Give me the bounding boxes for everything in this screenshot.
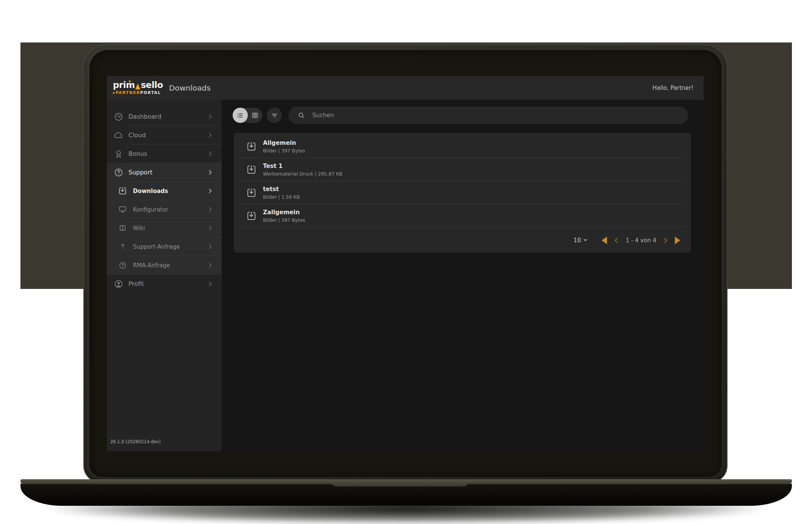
caret-down-icon <box>584 239 587 242</box>
sidebar-item-label: Support <box>128 169 152 176</box>
download-meta: Bilder | 397 Bytes <box>263 217 305 223</box>
brand-tagline: PARTNER PORTAL <box>113 91 163 95</box>
download-tray-icon <box>118 187 127 195</box>
previous-page-button[interactable] <box>615 238 620 243</box>
app-version: 26.1.0 (20260214-dev) <box>110 439 161 444</box>
download-meta: Bilder | 1.59 KB <box>263 194 300 200</box>
app-header: prim sello PARTNER PORTAL Downloads Hall… <box>107 76 704 100</box>
download-tray-icon <box>246 141 257 152</box>
next-page-button[interactable] <box>662 238 667 243</box>
filter-button[interactable] <box>267 108 282 123</box>
last-page-button[interactable] <box>675 237 680 244</box>
grid-view-button[interactable] <box>248 108 263 123</box>
rows-per-page-select[interactable]: 10 <box>574 237 588 244</box>
laptop-base-body <box>20 484 792 506</box>
download-meta: Bilder | 397 Bytes <box>263 148 305 154</box>
download-title: Test 1 <box>263 163 343 170</box>
sidebar-item-label: Bonus <box>128 150 147 157</box>
sidebar-item-label: RMA-Anfrage <box>133 262 170 269</box>
webcam-dot <box>405 57 408 60</box>
sidebar-item-label: Wiki <box>133 225 145 232</box>
sidebar-item-downloads[interactable]: Downloads <box>107 182 222 200</box>
chevron-right-icon <box>207 114 212 119</box>
award-ribbon-icon <box>114 149 124 159</box>
chevron-right-icon <box>207 244 212 249</box>
sidebar-nav: Dashboard Cloud Bonus <box>107 100 222 451</box>
sidebar-item-konfigurator[interactable]: Konfigurator <box>107 200 222 219</box>
search-bar <box>288 107 688 124</box>
search-icon <box>297 111 305 119</box>
user-circle-icon <box>114 279 124 289</box>
brand-word-right: sello <box>141 81 163 89</box>
sidebar-item-label: Dashboard <box>128 113 161 120</box>
laptop-base-notch <box>331 479 469 486</box>
sidebar-item-label: Cloud <box>128 132 146 139</box>
book-open-icon <box>118 224 127 232</box>
dashboard-gauge-icon <box>114 112 124 122</box>
chevron-right-icon <box>207 151 212 156</box>
brand-word-left: prim <box>113 81 135 89</box>
sidebar-item-label: Profil <box>128 280 144 287</box>
user-greeting: Hallo, Partner! <box>652 85 693 91</box>
chevron-right-icon <box>207 133 212 138</box>
sidebar-item-wiki[interactable]: Wiki <box>107 219 222 237</box>
sidebar-item-rma-anfrage[interactable]: RMA-Anfrage <box>107 256 222 275</box>
pagination-bar: 10 1 - 4 von 4 <box>234 228 691 253</box>
download-tray-icon <box>246 165 257 175</box>
first-page-button[interactable] <box>602 237 607 244</box>
sidebar-item-dashboard[interactable]: Dashboard <box>107 107 222 126</box>
help-circle-icon <box>118 261 127 270</box>
brand-wordmark: prim sello <box>113 81 163 89</box>
chevron-right-icon <box>207 226 212 231</box>
sidebar-item-bonus[interactable]: Bonus <box>107 144 222 163</box>
sidebar-item-cloud[interactable]: Cloud <box>107 126 222 144</box>
chevron-right-icon <box>207 263 212 268</box>
sidebar-item-profil[interactable]: Profil <box>107 275 222 293</box>
brand-a-triangle-icon <box>135 83 141 89</box>
sidebar-item-label: Support-Anfrage <box>133 243 180 250</box>
download-tray-icon <box>246 211 257 221</box>
sidebar-group-support: Support Downloads <box>107 163 222 275</box>
main-content: Allgemein Bilder | 397 Bytes Test 1 Werb… <box>222 100 704 451</box>
chevron-right-icon <box>207 281 212 286</box>
download-row[interactable]: Test 1 Werbematerial Druck | 295.87 KB <box>234 158 691 181</box>
sidebar-item-support[interactable]: Support <box>107 163 222 182</box>
download-row-text: Test 1 Werbematerial Druck | 295.87 KB <box>263 163 343 177</box>
app-window: prim sello PARTNER PORTAL Downloads Hall… <box>107 76 704 451</box>
download-meta: Werbematerial Druck | 295.87 KB <box>263 171 343 177</box>
download-row[interactable]: Allgemein Bilder | 397 Bytes <box>234 135 691 158</box>
rows-per-page-value: 10 <box>574 237 581 244</box>
brand-i-dot <box>129 80 131 82</box>
download-row-text: Allgemein Bilder | 397 Bytes <box>263 140 305 154</box>
search-input[interactable] <box>312 112 679 119</box>
brand-square-dot-icon <box>113 92 114 94</box>
help-circle-icon <box>114 168 124 177</box>
sidebar-item-support-anfrage[interactable]: Support-Anfrage <box>107 237 222 256</box>
chevron-right-icon <box>207 188 212 193</box>
page-title: Downloads <box>169 83 211 93</box>
download-row-text: tetst Bilder | 1.59 KB <box>263 186 300 200</box>
download-title: tetst <box>263 186 300 193</box>
stage: prim sello PARTNER PORTAL Downloads Hall… <box>0 0 812 524</box>
sidebar-item-label: Downloads <box>133 188 168 195</box>
list-view-button[interactable] <box>233 108 248 123</box>
download-title: Allgemein <box>263 140 305 147</box>
brand-tagline-left: PARTNER <box>116 91 140 95</box>
brand-tagline-right: PORTAL <box>140 91 161 95</box>
monitor-icon <box>118 205 127 214</box>
chevron-right-icon <box>207 207 212 212</box>
brand-logo[interactable]: prim sello PARTNER PORTAL <box>113 81 163 95</box>
chevron-right-icon <box>207 170 212 175</box>
download-tray-icon <box>246 188 257 198</box>
sidebar-item-label: Konfigurator <box>133 206 168 213</box>
page-range-label: 1 - 4 von 4 <box>626 237 656 244</box>
view-toggle <box>233 108 262 123</box>
cloud-icon <box>114 130 124 140</box>
downloads-panel: Allgemein Bilder | 397 Bytes Test 1 Werb… <box>234 133 691 253</box>
download-title: Zallgemein <box>263 209 305 216</box>
question-mark-icon <box>118 242 127 251</box>
download-row[interactable]: tetst Bilder | 1.59 KB <box>234 181 691 204</box>
download-row[interactable]: Zallgemein Bilder | 397 Bytes <box>234 204 691 227</box>
download-row-text: Zallgemein Bilder | 397 Bytes <box>263 209 305 223</box>
